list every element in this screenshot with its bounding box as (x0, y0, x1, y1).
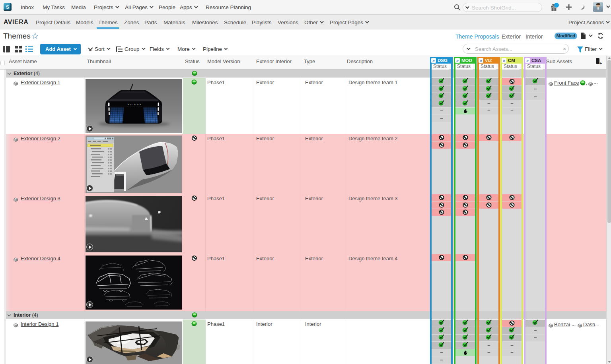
svg-text:AVIERA: AVIERA (127, 103, 142, 106)
